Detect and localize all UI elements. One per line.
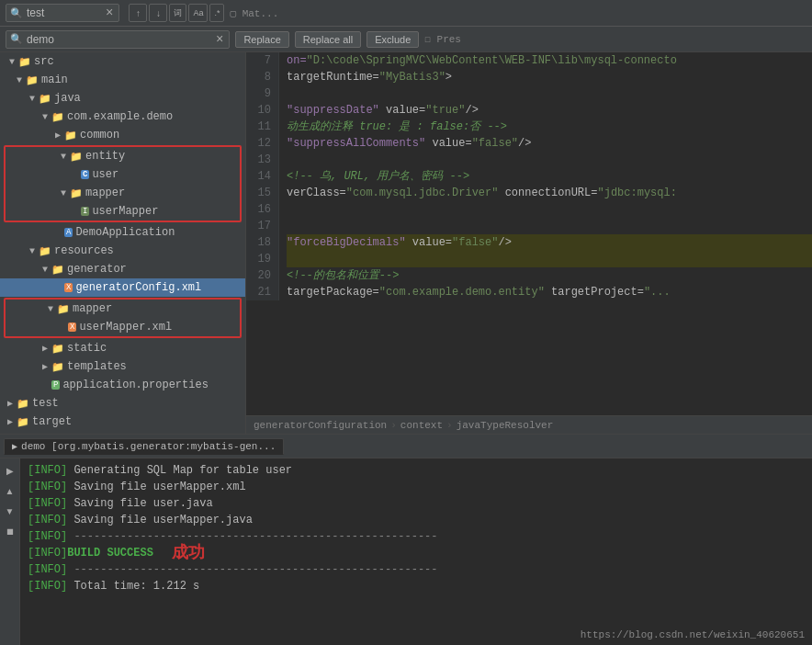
sidebar-item-com[interactable]: ▼ 📁 com.example.demo — [0, 108, 245, 126]
line-num-9: 9 — [250, 85, 271, 102]
xml-genconfig-icon: X — [64, 283, 73, 292]
console-run-button[interactable]: ▶ — [2, 462, 18, 479]
sidebar-item-user-label: user — [92, 168, 118, 181]
sidebar-item-static[interactable]: ▶ 📁 static — [0, 339, 245, 357]
replace-bar: 🔍 × Replace Replace all Exclude ☐ Pres — [0, 27, 812, 52]
console-separator-2: ----------------------------------------… — [73, 563, 437, 576]
folder-templates-icon: 📁 — [51, 361, 64, 373]
mapper2-redbox: ▼ 📁 mapper X userMapper.xml — [4, 298, 242, 338]
code-line-20: <!--的包名和位置--> — [287, 267, 812, 284]
nav-word-button[interactable]: 词 — [169, 4, 186, 22]
sidebar-item-usermapper-label: userMapper — [92, 205, 158, 218]
sidebar-item-entity[interactable]: ▼ 📁 entity — [6, 147, 240, 165]
replace-button[interactable]: Replace — [235, 31, 288, 48]
folder-test-icon: 📁 — [17, 398, 29, 410]
search-close-icon[interactable]: × — [104, 6, 115, 20]
replace-close-icon[interactable]: × — [214, 32, 225, 47]
sidebar-item-resources-label: resources — [54, 244, 114, 257]
code-text-15: verClass="com.mysql.jdbc.Driver" connect… — [287, 187, 677, 199]
code-line-13 — [287, 152, 812, 168]
expand-common-icon: ▶ — [51, 130, 64, 141]
code-line-11: 动生成的注释 true: 是 : false:否 --> — [287, 119, 812, 135]
sidebar-item-common-label: common — [80, 129, 119, 141]
replace-input[interactable] — [27, 33, 210, 46]
sidebar-item-static-label: static — [67, 342, 107, 355]
code-line-10: "suppressDate" value="true"/> — [287, 102, 812, 119]
editor-panel: 7 8 9 10 11 12 13 14 15 16 17 18 19 20 2… — [246, 52, 812, 434]
console-up-button[interactable]: ▲ — [2, 482, 18, 499]
entity-redbox: ▼ 📁 entity C user ▼ 📁 mapper — [4, 145, 242, 222]
nav-case-button[interactable]: Aa — [188, 4, 208, 22]
sidebar-item-usermapperxml[interactable]: X userMapper.xml — [6, 318, 240, 336]
console-stop-button[interactable]: ⏹ — [2, 523, 18, 539]
console-text-1: Generating SQL Map for table user — [73, 464, 292, 477]
search-input[interactable] — [27, 6, 100, 19]
console-separator-1: ----------------------------------------… — [73, 530, 437, 543]
code-line-19 — [287, 251, 812, 267]
sidebar-item-test[interactable]: ▶ 📁 test — [0, 394, 245, 413]
nav-arrows: ↑ ↓ 词 Aa .* — [129, 4, 224, 22]
sidebar-item-usermapperxml-label: userMapper.xml — [79, 321, 172, 334]
expand-java-icon: ▼ — [26, 94, 39, 104]
sidebar-item-usermapper[interactable]: I userMapper — [6, 202, 240, 221]
nav-regex-button[interactable]: .* — [209, 4, 224, 22]
console-down-button[interactable]: ▼ — [2, 503, 18, 519]
expand-resources-icon: ▼ — [26, 246, 39, 256]
expand-entity-icon: ▼ — [57, 152, 70, 162]
code-text-11: 动生成的注释 true: 是 : false:否 --> — [287, 120, 507, 133]
code-text-7: on="D:\code\SpringMVC\WebContent\WEB-INF… — [287, 54, 677, 67]
replace-all-button[interactable]: Replace all — [295, 31, 361, 48]
sidebar-item-target[interactable]: ▶ 📁 target — [0, 413, 245, 431]
pres-label: ☐ Pres — [424, 33, 461, 45]
code-text-21: targetPackage="com.example.demo.entity" … — [287, 286, 671, 299]
expand-src-icon: ▼ — [6, 57, 18, 67]
sidebar-item-src[interactable]: ▼ 📁 src — [0, 52, 245, 71]
sidebar-item-common[interactable]: ▶ 📁 common — [0, 126, 245, 144]
nav-up-button[interactable]: ↑ — [129, 4, 147, 22]
code-line-7: on="D:\code\SpringMVC\WebContent\WEB-INF… — [287, 52, 812, 69]
code-text-10: "suppressDate" value="true"/> — [287, 104, 479, 117]
expand-static-icon: ▶ — [39, 343, 51, 354]
sidebar-item-target-label: target — [32, 415, 72, 428]
sidebar-item-appprops[interactable]: P application.properties — [0, 376, 245, 394]
sidebar-item-demoapplication-label: DemoApplication — [75, 226, 175, 239]
build-success-text: BUILD SUCCESS — [67, 545, 153, 561]
sidebar-item-generatorconfig[interactable]: X generatorConfig.xml — [0, 278, 245, 297]
sidebar-item-generator[interactable]: ▼ 📁 generator — [0, 260, 245, 278]
left-console-tools: ▶ ▲ ▼ ⏹ — [0, 458, 20, 645]
match-info: ▢ Mat... — [230, 7, 278, 19]
info-tag-6: [INFO] — [28, 545, 67, 561]
sidebar-item-user[interactable]: C user — [6, 165, 240, 184]
breadcrumb-item-3: javaTypeResolver — [457, 420, 554, 431]
replace-input-wrap[interactable]: 🔍 × — [6, 30, 230, 49]
sidebar-item-demoapplication[interactable]: A DemoApplication — [0, 223, 245, 242]
nav-down-button[interactable]: ↓ — [149, 4, 167, 22]
info-tag-3: [INFO] — [28, 497, 67, 510]
bottom-tab-run[interactable]: ▶ demo [org.mybatis.generator:mybatis-ge… — [4, 438, 284, 455]
breadcrumb-item-2: context — [400, 420, 443, 431]
sidebar-item-test-label: test — [32, 397, 59, 410]
line-num-12: 12 — [250, 135, 271, 152]
info-tag-8: [INFO] — [28, 580, 67, 593]
folder-mapper-icon: 📁 — [70, 187, 83, 199]
expand-generator-icon: ▼ — [39, 265, 51, 275]
exclude-button[interactable]: Exclude — [367, 31, 419, 48]
expand-main-icon: ▼ — [13, 75, 26, 85]
sidebar-item-templates[interactable]: ▶ 📁 templates — [0, 357, 245, 376]
sidebar-item-mapper2-label: mapper — [73, 302, 112, 315]
code-line-8: targetRuntime="MyBatis3"> — [287, 69, 812, 85]
sidebar-item-mapper2[interactable]: ▼ 📁 mapper — [6, 300, 240, 318]
sidebar-item-resources[interactable]: ▼ 📁 resources — [0, 242, 245, 260]
code-line-15: verClass="com.mysql.jdbc.Driver" connect… — [287, 185, 812, 201]
code-line-18: "forceBigDecimals" value="false"/> — [287, 234, 812, 251]
sidebar-item-java[interactable]: ▼ 📁 java — [0, 89, 245, 108]
expand-target-icon: ▶ — [4, 416, 17, 427]
sidebar-item-main[interactable]: ▼ 📁 main — [0, 71, 245, 89]
code-editor[interactable]: 7 8 9 10 11 12 13 14 15 16 17 18 19 20 2… — [246, 52, 812, 415]
console-line-6: [INFO] BUILD SUCCESS 成功 — [28, 545, 805, 561]
main-area: ▼ 📁 src ▼ 📁 main ▼ 📁 java ▼ 📁 com.exampl… — [0, 52, 812, 434]
code-line-21: targetPackage="com.example.demo.entity" … — [287, 284, 812, 300]
search-input-wrap[interactable]: 🔍 × — [6, 4, 119, 22]
sidebar-item-mapper[interactable]: ▼ 📁 mapper — [6, 184, 240, 202]
run-tab-icon: ▶ — [12, 441, 17, 452]
